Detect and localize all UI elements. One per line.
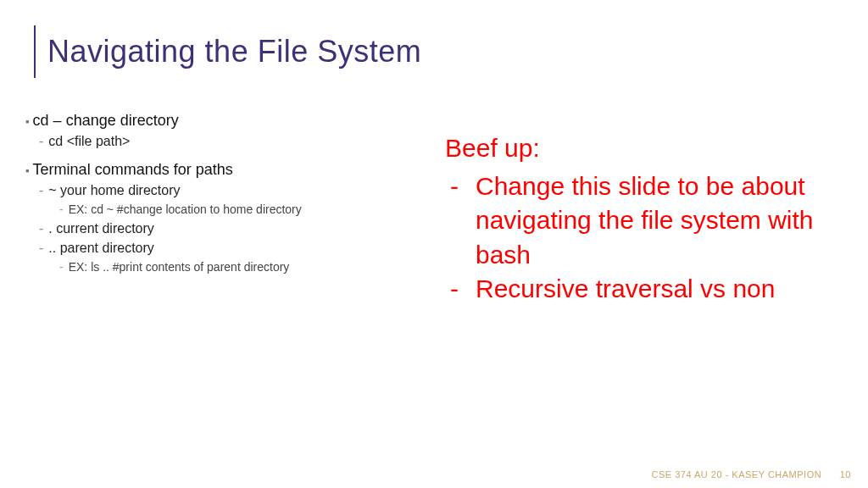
dash-bullet-icon: - [39, 239, 43, 258]
bullet-l3: - EX: ls .. #print contents of parent di… [59, 259, 432, 275]
bullet-text: EX: ls .. #print contents of parent dire… [69, 259, 290, 275]
bullet-l2: - ~ your home directory [39, 181, 432, 200]
bullet-text: Terminal commands for paths [33, 159, 233, 180]
footer-text: CSE 374 AU 20 - KASEY CHAMPION [652, 469, 822, 480]
note-text: Recursive traversal vs non [476, 272, 843, 307]
note-text: Change this slide to be about navigating… [476, 169, 843, 273]
title-bar: Navigating the File System [34, 25, 421, 78]
slide-footer: CSE 374 AU 20 - KASEY CHAMPION 10 [652, 469, 851, 480]
bullet-l1: ▪ Terminal commands for paths [25, 159, 432, 180]
bullet-l3: - EX: cd ~ #change location to home dire… [59, 202, 432, 218]
dash-bullet-icon: - [39, 219, 43, 238]
bullet-text: . current directory [48, 219, 153, 238]
bullet-l2: - . current directory [39, 219, 432, 238]
square-bullet-icon: ▪ [25, 114, 30, 130]
content-left: ▪ cd – change directory - cd <file path>… [25, 110, 432, 277]
bullet-l2: - cd <file path> [39, 132, 432, 151]
dash-bullet-icon: - [39, 132, 43, 151]
bullet-text: .. parent directory [48, 239, 154, 258]
bullet-l1: ▪ cd – change directory [25, 110, 432, 130]
page-number: 10 [840, 469, 851, 480]
dash-bullet-icon: - [445, 169, 476, 273]
slide-title: Navigating the File System [47, 34, 421, 69]
bullet-text: EX: cd ~ #change location to home direct… [69, 202, 302, 218]
dash-bullet-icon: - [59, 202, 64, 218]
note-bullet: - Change this slide to be about navigati… [445, 169, 843, 273]
note-bullet: - Recursive traversal vs non [445, 272, 843, 307]
bullet-l2: - .. parent directory [39, 239, 432, 258]
dash-bullet-icon: - [39, 181, 43, 200]
bullet-text: cd – change directory [33, 110, 179, 130]
bullet-text: ~ your home directory [48, 181, 180, 200]
square-bullet-icon: ▪ [25, 164, 30, 180]
bullet-text: cd <file path> [48, 132, 130, 151]
content-right-note: Beef up: - Change this slide to be about… [445, 131, 843, 307]
note-heading: Beef up: [445, 131, 843, 166]
dash-bullet-icon: - [445, 272, 476, 307]
dash-bullet-icon: - [59, 259, 64, 275]
